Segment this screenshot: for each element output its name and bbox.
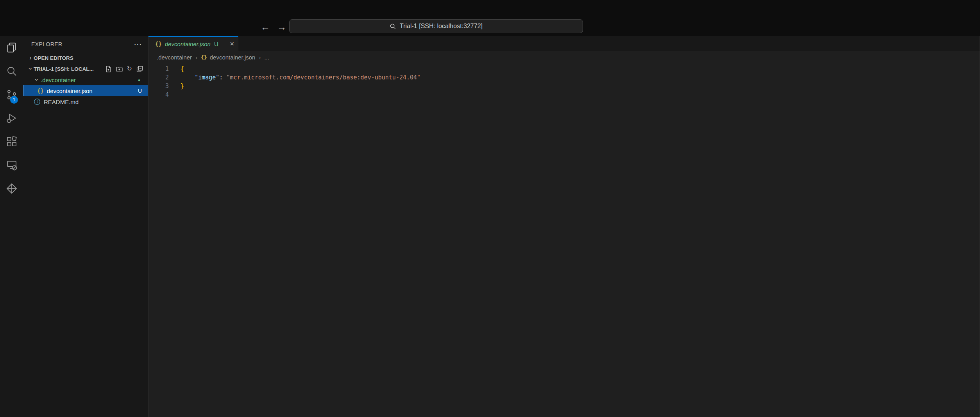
command-center[interactable]: Trial-1 [SSH: localhost:32772]: [289, 19, 583, 33]
sidebar-title-row: EXPLORER ⋯: [23, 36, 148, 52]
breadcrumb-separator-icon: ›: [195, 54, 197, 61]
tree-item-devcontainer-json[interactable]: {} devcontainer.json U: [23, 85, 148, 96]
code-line[interactable]: 2 "image": "mcr.microsoft.com/devcontain…: [148, 73, 980, 82]
explorer-files-icon: [6, 42, 18, 54]
new-folder-icon[interactable]: [116, 66, 123, 72]
nav-back-icon[interactable]: ←: [260, 20, 270, 34]
open-editors-label: OPEN EDITORS: [34, 55, 73, 61]
tab-bar: {} devcontainer.json U ×: [148, 36, 980, 51]
nav-forward-icon[interactable]: →: [277, 20, 287, 34]
activity-run-debug-button[interactable]: [0, 106, 23, 130]
more-actions-icon[interactable]: ⋯: [134, 40, 142, 48]
nav-controls: ← →: [260, 20, 287, 34]
activity-containers-button[interactable]: [0, 177, 23, 200]
file-label: devcontainer.json: [47, 88, 93, 94]
window-title: Trial-1 [SSH: localhost:32772]: [400, 23, 483, 30]
code-editor[interactable]: 1{2 "image": "mcr.microsoft.com/devconta…: [148, 63, 980, 99]
tab-label: devcontainer.json: [165, 41, 211, 47]
tab-devcontainer-json[interactable]: {} devcontainer.json U ×: [148, 36, 238, 51]
refresh-icon[interactable]: ↻: [127, 66, 132, 72]
code-lines: 1{2 "image": "mcr.microsoft.com/devconta…: [148, 65, 980, 99]
titlebar: ← → Trial-1 [SSH: localhost:32772]: [0, 0, 980, 36]
indent-guide: [181, 73, 181, 82]
code-line[interactable]: 3}: [148, 82, 980, 90]
editor-area: {} devcontainer.json U × .devcontainer ›…: [148, 36, 980, 417]
workspace-section-header[interactable]: › TRIAL-1 [SSH: LOCAL... ↻: [23, 63, 148, 74]
search-icon: [390, 23, 396, 30]
source-control-badge: 1: [10, 96, 18, 104]
file-label: README.md: [44, 99, 79, 105]
activity-source-control-button[interactable]: 1: [0, 83, 23, 106]
workspace-section-label: TRIAL-1 [SSH: LOCAL...: [34, 66, 94, 72]
code-line[interactable]: 1{: [148, 65, 980, 73]
git-status-badge: U: [138, 88, 142, 94]
line-number: 1: [148, 65, 169, 73]
vscode-window: ← → Trial-1 [SSH: localhost:32772]: [0, 0, 980, 417]
line-number: 4: [148, 90, 169, 99]
code-line-text: [169, 90, 181, 99]
chevron-down-icon: ›: [34, 76, 40, 83]
activity-bar: 1: [0, 36, 23, 417]
code-line[interactable]: 4: [148, 90, 980, 99]
tab-close-icon[interactable]: ×: [230, 40, 234, 47]
json-file-icon: {}: [201, 54, 207, 60]
folder-modified-dot: ●: [138, 78, 140, 82]
json-file-icon: {}: [37, 88, 44, 94]
extensions-icon: [6, 136, 18, 147]
folder-label: .devcontainer: [41, 77, 76, 83]
activity-extensions-button[interactable]: [0, 130, 23, 153]
search-icon: [6, 65, 18, 77]
open-editors-header[interactable]: › OPEN EDITORS: [23, 52, 148, 63]
sidebar-title: EXPLORER: [31, 41, 62, 47]
new-file-icon[interactable]: [105, 66, 112, 72]
tab-git-decoration: U: [214, 41, 218, 47]
breadcrumb: .devcontainer › {} devcontainer.json › .…: [148, 51, 980, 63]
run-and-debug-icon: [6, 112, 18, 124]
breadcrumb-file[interactable]: devcontainer.json: [210, 54, 256, 61]
breadcrumb-separator-icon: ›: [259, 54, 261, 61]
workbench: 1: [0, 36, 980, 417]
tree-item-devcontainer-folder[interactable]: › .devcontainer ●: [23, 74, 148, 85]
json-file-icon: {}: [155, 41, 162, 47]
chevron-right-icon: ›: [27, 54, 34, 61]
explorer-sidebar: EXPLORER ⋯ › OPEN EDITORS › TRIAL-1 [SSH…: [23, 36, 148, 417]
code-line-text: "image": "mcr.microsoft.com/devcontainer…: [169, 73, 420, 82]
activity-search-button[interactable]: [0, 59, 23, 83]
code-line-text: }: [169, 82, 184, 90]
activity-remote-explorer-button[interactable]: [0, 153, 23, 177]
line-number: 2: [148, 73, 169, 82]
containers-icon: [6, 183, 18, 194]
tree-item-readme[interactable]: README.md: [23, 96, 148, 107]
code-line-text: {: [169, 65, 184, 73]
section-actions: ↻: [105, 66, 148, 72]
collapse-all-icon[interactable]: [136, 66, 143, 72]
activity-explorer-button[interactable]: [0, 36, 23, 59]
readme-info-icon: [34, 98, 41, 105]
remote-explorer-icon: [6, 159, 18, 171]
chevron-down-icon: ›: [27, 65, 34, 72]
breadcrumb-folder[interactable]: .devcontainer: [157, 54, 192, 61]
breadcrumb-symbol-more[interactable]: ...: [264, 54, 269, 61]
line-number: 3: [148, 82, 169, 90]
